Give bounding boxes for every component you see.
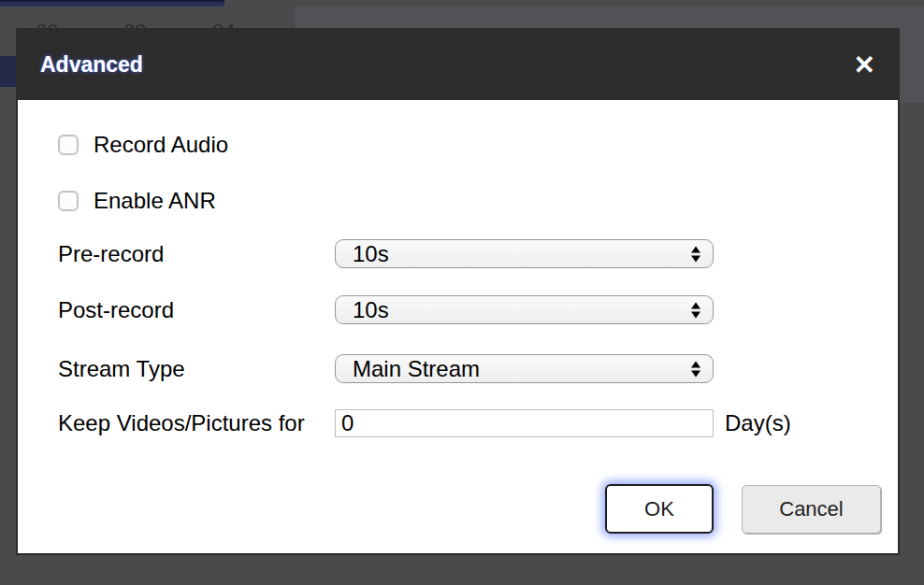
post-record-label: Post-record (58, 297, 335, 323)
dialog-header: Advanced ✕ (18, 30, 898, 100)
post-record-value: 10s (353, 297, 389, 323)
pre-record-row: Pre-record 10s (58, 239, 714, 268)
enable-anr-label: Enable ANR (94, 188, 216, 214)
background-timeline-bar (0, 0, 224, 7)
keep-duration-label: Keep Videos/Pictures for (58, 410, 335, 436)
pre-record-select[interactable]: 10s (335, 239, 714, 268)
stream-type-label: Stream Type (58, 356, 335, 382)
keep-duration-suffix: Day(s) (725, 410, 791, 436)
enable-anr-checkbox[interactable] (58, 191, 79, 211)
enable-anr-row: Enable ANR (58, 190, 216, 212)
record-audio-label: Record Audio (94, 132, 228, 158)
cancel-button[interactable]: Cancel (742, 485, 881, 534)
keep-duration-row: Keep Videos/Pictures for Day(s) (58, 409, 791, 437)
keep-duration-input[interactable] (335, 409, 714, 437)
stream-type-value: Main Stream (353, 356, 480, 382)
select-arrows-icon (691, 361, 700, 377)
select-arrows-icon (691, 302, 700, 318)
record-audio-row: Record Audio (58, 134, 228, 156)
select-arrows-icon (691, 246, 700, 262)
ok-button[interactable]: OK (605, 484, 714, 534)
advanced-dialog: Advanced ✕ Record Audio Enable ANR Pre-r… (16, 28, 900, 555)
stream-type-row: Stream Type Main Stream (58, 354, 714, 383)
close-icon[interactable]: ✕ (846, 49, 883, 82)
pre-record-label: Pre-record (58, 241, 335, 267)
post-record-row: Post-record 10s (58, 295, 714, 324)
dialog-title: Advanced (40, 52, 143, 78)
pre-record-value: 10s (353, 241, 389, 267)
record-audio-checkbox[interactable] (58, 135, 79, 155)
stream-type-select[interactable]: Main Stream (335, 354, 714, 383)
post-record-select[interactable]: 10s (335, 295, 714, 324)
